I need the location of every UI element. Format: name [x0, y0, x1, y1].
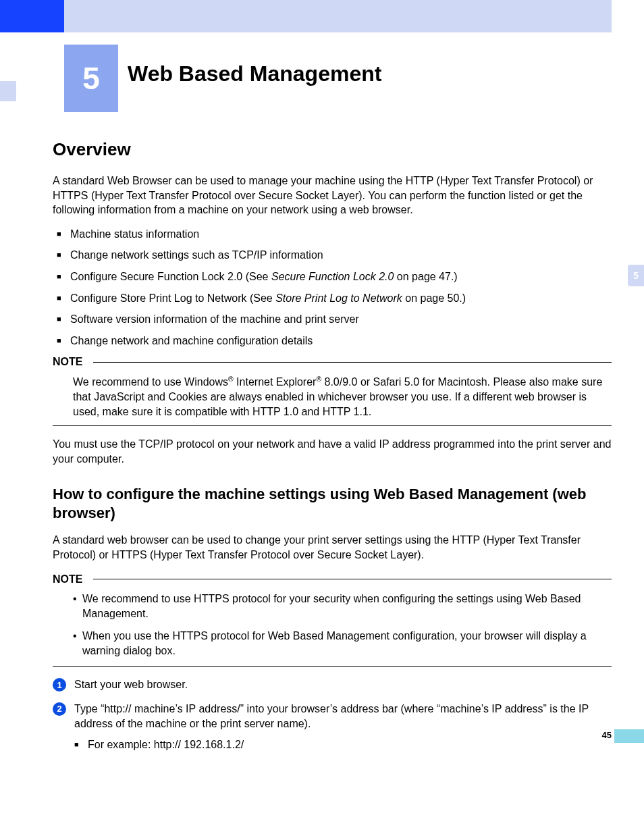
note-header: NOTE	[53, 355, 612, 369]
chapter-number-box: 5	[64, 45, 118, 112]
note-list-item: When you use the HTTPS protocol for Web …	[73, 629, 612, 658]
page-content: Overview A standard Web Browser can be u…	[53, 138, 612, 752]
page-number: 45	[602, 729, 612, 741]
bullet-item: Machine status information	[57, 227, 612, 242]
step-2: 2 Type “http:// machine’s IP address/” i…	[53, 702, 612, 752]
chapter-number: 5	[82, 57, 100, 99]
note-body: We recommend to use HTTPS protocol for y…	[53, 592, 612, 658]
howto-heading: How to configure the machine settings us…	[53, 485, 612, 522]
chapter-header: 5 Web Based Management	[0, 45, 644, 112]
step-sub-bullet: For example: http:// 192.168.1.2/	[74, 737, 612, 752]
overview-intro: A standard Web Browser can be used to ma…	[53, 174, 612, 217]
bullet-item: Configure Secure Function Lock 2.0 (See …	[57, 269, 612, 284]
chapter-title: Web Based Management	[118, 45, 381, 112]
header-blue-block	[0, 0, 64, 32]
howto-intro: A standard web browser can be used to ch…	[53, 533, 612, 562]
note-body: We recommend to use Windows® Internet Ex…	[53, 375, 612, 419]
overview-heading: Overview	[53, 138, 612, 161]
note-header: NOTE	[53, 572, 612, 587]
left-chapter-marker	[0, 81, 16, 101]
step-number-icon: 2	[53, 702, 66, 716]
bullet-item: Change network settings such as TCP/IP i…	[57, 248, 612, 263]
side-chapter-tab: 5	[628, 265, 644, 286]
step-text: Type “http:// machine’s IP address/” int…	[74, 702, 612, 752]
header-bar	[0, 0, 644, 32]
note-list-item: We recommend to use HTTPS protocol for y…	[73, 592, 612, 621]
bullet-item: Configure Store Print Log to Network (Se…	[57, 291, 612, 306]
step-1: 1 Start your web browser.	[53, 677, 612, 692]
bullet-item: Software version information of the mach…	[57, 312, 612, 327]
header-light-block	[64, 0, 612, 32]
note-label: NOTE	[53, 572, 88, 587]
overview-bullet-list: Machine status information Change networ…	[53, 227, 612, 348]
step-number-icon: 1	[53, 678, 66, 692]
page-number-block	[614, 729, 644, 743]
note-end-rule	[53, 666, 612, 667]
note-label: NOTE	[53, 355, 88, 369]
bullet-item: Change network and machine configuration…	[57, 334, 612, 348]
note-end-rule	[53, 425, 612, 426]
step-text: Start your web browser.	[74, 677, 612, 692]
overview-after-note: You must use the TCP/IP protocol on your…	[53, 437, 612, 466]
